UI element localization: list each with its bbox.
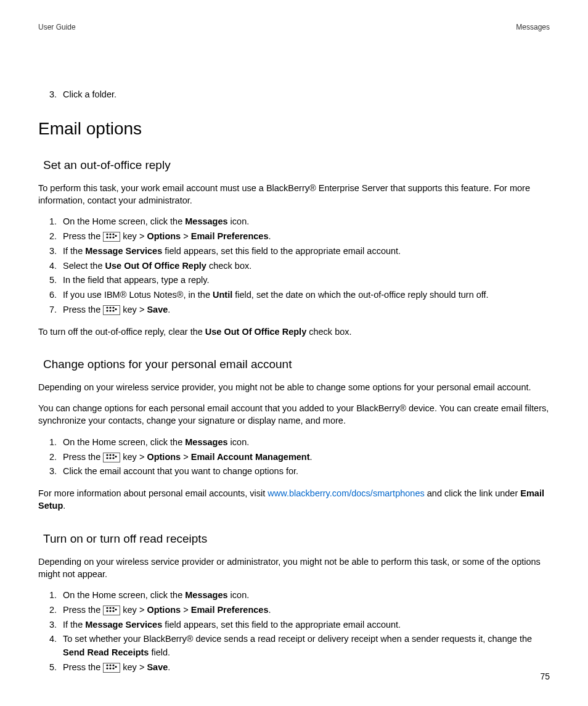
svg-point-6 [115,235,117,237]
svg-point-1 [110,234,112,236]
heading-read-receipts: Turn on or turn off read receipts [38,532,550,546]
svg-point-5 [113,237,115,239]
list-item: Select the Use Out Of Office Reply check… [59,260,550,273]
svg-point-9 [107,310,108,311]
list-item: To set whether your BlackBerry® device s… [59,633,550,660]
paragraph: To perform this task, your work email ac… [38,182,550,207]
list-item: If you use IBM® Lotus Notes®, in the Unt… [59,289,550,302]
menu-key-icon [103,663,120,673]
svg-point-25 [113,607,115,609]
list-item: Press the key > Options > Email Preferen… [59,604,550,617]
svg-point-7 [107,306,108,308]
list-item: On the Home screen, click the Messages i… [59,215,550,229]
list-item: If the Message Services field appears, s… [59,245,550,258]
svg-point-17 [110,457,112,459]
svg-point-15 [110,454,112,456]
svg-point-31 [110,668,112,670]
list-item: In the field that appears, type a reply. [59,274,550,287]
svg-point-20 [115,456,117,458]
paragraph: Depending on your wireless service provi… [38,556,550,581]
svg-point-24 [110,610,112,612]
svg-point-11 [113,306,115,308]
list-item: On the Home screen, click the Messages i… [59,589,550,602]
page-header: User Guide Messages [38,23,550,31]
svg-point-32 [113,665,115,667]
list-item: If the Message Services field appears, s… [59,618,550,632]
list-item: Press the key > Options > Email Preferen… [59,230,550,244]
menu-key-icon [103,605,120,615]
svg-point-4 [113,234,115,236]
steps-list: On the Home screen, click the Messages i… [38,215,550,316]
menu-key-icon [103,232,120,242]
svg-point-13 [115,308,117,310]
svg-point-8 [110,306,112,308]
svg-point-2 [107,237,108,239]
heading-email-options: Email options [38,119,550,139]
svg-point-18 [113,454,115,456]
svg-point-0 [107,234,108,236]
continued-list: Click a folder. [38,88,550,102]
svg-point-33 [113,668,115,670]
heading-out-of-office: Set an out-of-office reply [38,158,550,172]
list-item: Press the key > Save. [59,661,550,675]
svg-point-16 [107,457,108,459]
paragraph: You can change options for each personal… [38,402,550,427]
svg-point-12 [113,310,115,311]
svg-point-27 [115,609,117,610]
svg-point-14 [107,454,108,456]
svg-point-23 [107,610,108,612]
list-item: On the Home screen, click the Messages i… [59,436,550,449]
list-item: Press the key > Options > Email Account … [59,451,550,464]
list-item: Click the email account that you want to… [59,465,550,478]
svg-point-26 [113,610,115,612]
link-docs[interactable]: www.blackberry.com/docs/smartphones [267,488,424,498]
svg-point-22 [110,607,112,609]
page-number: 75 [540,671,550,681]
svg-point-19 [113,457,115,459]
svg-point-34 [115,666,117,668]
svg-point-28 [107,665,108,667]
svg-point-29 [110,665,112,667]
steps-list: On the Home screen, click the Messages i… [38,436,550,478]
svg-point-30 [107,668,108,670]
svg-point-21 [107,607,108,609]
heading-change-options: Change options for your personal email a… [38,358,550,371]
menu-key-icon [103,453,120,462]
paragraph: To turn off the out-of-office reply, cle… [38,326,550,338]
paragraph: Depending on your wireless service provi… [38,381,550,393]
steps-list: On the Home screen, click the Messages i… [38,589,550,675]
menu-key-icon [103,305,120,315]
header-left: User Guide [38,23,76,31]
list-item: Press the key > Save. [59,303,550,317]
paragraph: For more information about personal emai… [38,487,550,512]
svg-point-3 [110,237,112,239]
list-item: Click a folder. [59,88,550,102]
svg-point-10 [110,310,112,311]
header-right: Messages [516,23,550,31]
